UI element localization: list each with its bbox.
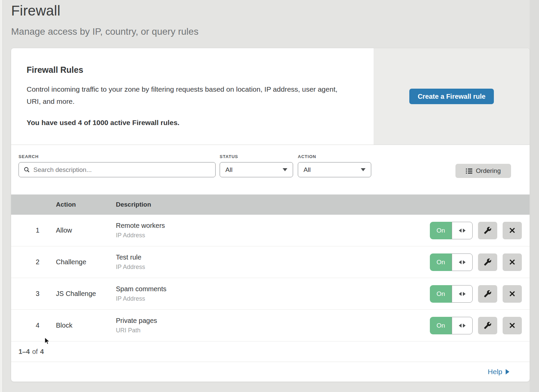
rule-controls: On [430,317,530,334]
ordering-button[interactable]: Ordering [455,164,511,178]
rule-description-cell: Test rule IP Address [116,253,430,271]
close-icon [508,258,516,266]
pagination-total: 4 [40,348,44,356]
rule-description: Remote workers [116,222,430,230]
rule-controls: On [430,285,530,303]
wrench-icon [484,227,492,234]
close-icon [508,290,516,298]
rule-description-cell: Spam comments IP Address [116,285,430,302]
intro-heading: Firewall Rules [27,65,358,75]
toggle-handle[interactable] [452,285,473,303]
search-input[interactable] [33,166,211,174]
rule-priority: 1 [11,227,56,234]
rule-description-cell: Remote workers IP Address [116,222,430,239]
arrow-left-icon [459,324,462,328]
rule-match-field: IP Address [116,264,430,271]
status-label: STATUS [220,154,293,159]
rule-controls: On [430,222,530,239]
table-header: Action Description [11,194,530,215]
arrow-left-icon [459,292,462,296]
arrow-left-icon [459,260,462,264]
description-column-header: Description [116,201,530,208]
rule-match-field: IP Address [116,295,430,302]
close-icon [508,322,516,329]
delete-rule-button[interactable] [503,253,522,271]
pagination-range: 1–4 [19,348,30,356]
rule-priority: 2 [11,258,56,266]
toggle-handle[interactable] [452,253,473,271]
ordered-list-icon [466,169,472,174]
status-select[interactable]: All [220,162,293,177]
window-right-edge [530,0,539,392]
caret-right-icon [506,369,509,374]
rule-enabled-toggle[interactable]: On [430,317,473,334]
intro-section: Firewall Rules Control incoming traffic … [11,48,530,145]
action-select[interactable]: All [298,162,371,177]
action-label: ACTION [298,154,371,159]
intro-description: Control incoming traffic to your zone by… [27,83,347,108]
rule-priority: 3 [11,290,56,298]
action-selected-value: All [304,166,311,174]
toggle-on-state[interactable]: On [430,253,452,271]
action-filter-group: ACTION All [298,154,371,194]
intro-action-panel: Create a Firewall rule [374,48,530,145]
rule-enabled-toggle[interactable]: On [430,253,473,271]
help-link[interactable]: Help [488,368,509,376]
search-filter-group: SEARCH [19,154,216,194]
table-row: 3 JS Challenge Spam comments IP Address … [11,278,530,310]
action-column-header: Action [56,201,116,208]
card-footer: Help [11,362,530,382]
create-firewall-rule-button[interactable]: Create a Firewall rule [409,89,494,104]
page-title: Firewall [11,3,60,19]
rule-match-field: URI Path [116,327,430,334]
intro-text-block: Firewall Rules Control incoming traffic … [11,48,374,145]
window-left-edge [0,0,3,392]
wrench-icon [484,322,492,329]
table-row: 2 Challenge Test rule IP Address On [11,246,530,278]
rule-controls: On [430,253,530,271]
rule-priority: 4 [11,322,56,329]
rule-description-cell: Private pages URI Path [116,317,430,334]
intro-usage-count: You have used 4 of 1000 active Firewall … [27,119,358,127]
chevron-down-icon [283,168,287,171]
edit-rule-button[interactable] [478,317,497,334]
toggle-on-state[interactable]: On [430,317,452,334]
pagination-bar: 1–4 of 4 [11,341,530,362]
search-icon [24,167,30,173]
rule-action: Allow [56,227,116,234]
edit-rule-button[interactable] [478,285,497,303]
rule-enabled-toggle[interactable]: On [430,222,473,239]
edit-rule-button[interactable] [478,253,497,271]
delete-rule-button[interactable] [503,222,522,239]
rule-match-field: IP Address [116,232,430,239]
firewall-rules-card: Firewall Rules Control incoming traffic … [11,48,530,382]
spacer [293,154,298,194]
toggle-on-state[interactable]: On [430,285,452,303]
ordering-button-label: Ordering [476,167,501,175]
search-box[interactable] [19,162,216,177]
help-link-label: Help [488,368,502,376]
rule-action: Challenge [56,258,116,266]
spacer [216,154,220,194]
delete-rule-button[interactable] [503,285,522,303]
arrow-right-icon [463,292,466,296]
table-row: 4 Block Private pages URI Path On [11,310,530,341]
filter-bar: SEARCH STATUS All ACTION [11,145,530,194]
table-row: 1 Allow Remote workers IP Address On [11,215,530,246]
delete-rule-button[interactable] [503,317,522,334]
firewall-page: Firewall Manage access by IP, country, o… [0,0,539,392]
wrench-icon [484,258,492,266]
toggle-on-state[interactable]: On [430,222,452,239]
rule-enabled-toggle[interactable]: On [430,285,473,303]
arrow-right-icon [463,324,466,328]
rule-description: Private pages [116,317,430,325]
edit-rule-button[interactable] [478,222,497,239]
rule-description: Test rule [116,253,430,261]
pagination-of-label: of [32,348,38,356]
chevron-down-icon [361,168,366,171]
toggle-handle[interactable] [452,222,473,239]
toggle-handle[interactable] [452,317,473,334]
rule-action: JS Challenge [56,290,116,298]
arrow-left-icon [459,229,462,233]
status-filter-group: STATUS All [220,154,293,194]
